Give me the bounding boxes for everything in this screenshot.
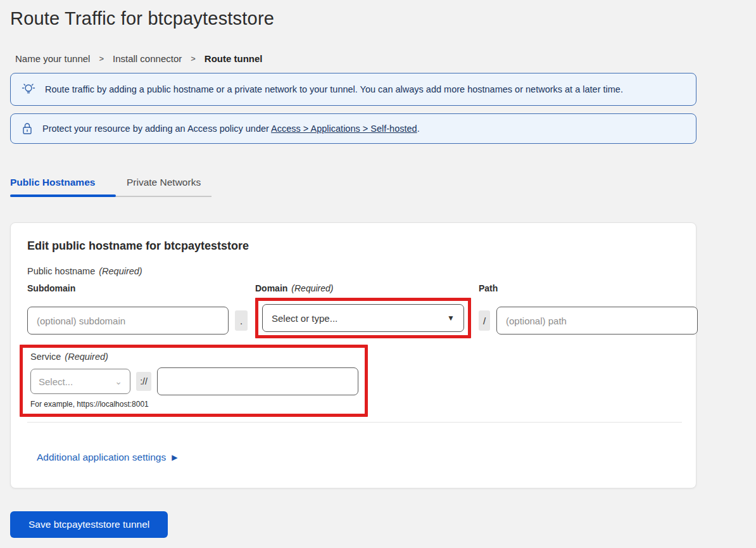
access-applications-self-hosted-link[interactable]: Access > Applications > Self-hosted <box>271 124 417 134</box>
domain-highlight-box: Select or type... ▼ <box>255 298 471 338</box>
domain-required-note: (Required) <box>291 283 333 293</box>
additional-application-settings-link[interactable]: Additional application settings ▶ <box>37 452 177 463</box>
save-tunnel-button[interactable]: Save btcpayteststore tunnel <box>10 511 168 538</box>
breadcrumb-route-tunnel: Route tunnel <box>205 53 263 64</box>
domain-label-text: Domain <box>255 283 287 293</box>
service-type-value: Select... <box>39 376 73 387</box>
path-label: Path <box>479 283 698 296</box>
dropdown-arrow-icon: ▼ <box>447 314 455 322</box>
slash-separator: / <box>479 310 490 331</box>
lightbulb-icon <box>22 82 35 97</box>
breadcrumb-separator: > <box>191 54 196 63</box>
service-required-note: (Required) <box>65 352 108 362</box>
hostname-fields-row: Subdomain . Domain(Required) Select or t… <box>27 283 681 341</box>
service-highlight-box: Service(Required) Select... ⌄ :// For ex… <box>20 345 368 417</box>
service-label-text: Service <box>30 352 61 362</box>
subdomain-label: Subdomain <box>27 283 248 296</box>
subdomain-group: Subdomain . <box>27 283 248 341</box>
access-banner-text: Protect your resource by adding an Acces… <box>42 124 420 134</box>
domain-group: Domain(Required) Select or type... ▼ <box>255 283 471 338</box>
service-controls: Select... ⌄ :// <box>30 367 358 395</box>
tabstrip: Public Hostnames Private Networks <box>10 177 211 197</box>
public-hostname-section-label: Public hostname(Required) <box>27 266 681 276</box>
service-label: Service(Required) <box>30 352 358 362</box>
path-input[interactable] <box>496 307 698 335</box>
edit-public-hostname-card: Edit public hostname for btcpayteststore… <box>10 222 696 488</box>
tab-public-hostnames[interactable]: Public Hostnames <box>10 177 127 197</box>
access-policy-banner: Protect your resource by adding an Acces… <box>10 113 696 144</box>
route-traffic-page: Route Traffic for btcpayteststore Name y… <box>0 8 696 538</box>
lock-icon <box>22 122 33 136</box>
breadcrumb: Name your tunnel > Install connector > R… <box>15 53 696 64</box>
public-hostname-required-note: (Required) <box>99 266 142 276</box>
chevron-down-icon: ⌄ <box>115 376 122 386</box>
domain-label: Domain(Required) <box>255 283 471 296</box>
path-group: Path / <box>479 283 698 341</box>
tip-banner-text: Route traffic by adding a public hostnam… <box>45 84 623 94</box>
card-title: Edit public hostname for btcpayteststore <box>27 239 681 253</box>
tip-banner: Route traffic by adding a public hostnam… <box>10 73 696 106</box>
breadcrumb-install-connector[interactable]: Install connector <box>113 53 182 64</box>
dot-separator: . <box>235 310 248 331</box>
access-banner-text-before: Protect your resource by adding an Acces… <box>42 124 271 134</box>
breadcrumb-separator: > <box>99 54 104 63</box>
service-helper-text: For example, https://localhost:8001 <box>30 400 358 409</box>
domain-select[interactable]: Select or type... ▼ <box>262 304 464 332</box>
service-type-select[interactable]: Select... ⌄ <box>30 369 130 394</box>
breadcrumb-name-your-tunnel[interactable]: Name your tunnel <box>15 53 90 64</box>
public-hostname-label: Public hostname <box>27 266 95 276</box>
page-title: Route Traffic for btcpayteststore <box>10 8 696 29</box>
card-divider <box>27 422 682 423</box>
access-banner-text-after: . <box>417 124 420 134</box>
domain-select-value: Select or type... <box>272 313 337 324</box>
protocol-separator: :// <box>136 372 151 391</box>
service-url-input[interactable] <box>157 367 358 395</box>
tab-private-networks[interactable]: Private Networks <box>127 177 201 197</box>
additional-settings-label: Additional application settings <box>37 452 166 463</box>
subdomain-input[interactable] <box>27 307 229 335</box>
expand-triangle-icon: ▶ <box>172 453 177 462</box>
